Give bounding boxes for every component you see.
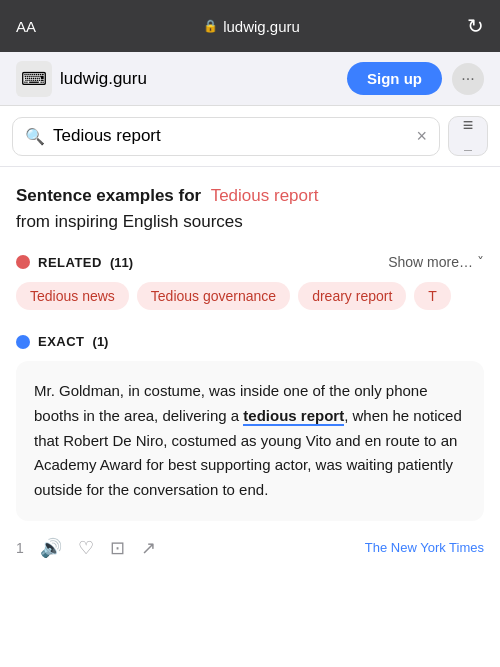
exact-header: EXACT (1) — [16, 334, 484, 349]
exact-dot — [16, 335, 30, 349]
search-input-wrapper[interactable]: 🔍 × — [12, 117, 440, 156]
nav-right: Sign up ··· — [347, 62, 484, 95]
site-logo: ⌨ — [16, 61, 52, 97]
source-link[interactable]: The New York Times — [365, 540, 484, 555]
speaker-button[interactable]: 🔊 — [40, 537, 62, 559]
sentence-card: Mr. Goldman, in costume, was inside one … — [16, 361, 484, 521]
sentence-highlight[interactable]: tedious report — [243, 407, 344, 426]
tag-overflow[interactable]: T — [414, 282, 451, 310]
exact-count: (1) — [93, 334, 109, 349]
bookmark-button[interactable]: ⊡ — [110, 537, 125, 559]
browser-bar: AA 🔒 ludwig.guru ↻ — [0, 0, 500, 52]
url-bar[interactable]: 🔒 ludwig.guru — [203, 18, 300, 35]
signup-button[interactable]: Sign up — [347, 62, 442, 95]
filter-icon: ≡— — [463, 115, 474, 157]
logo-area: ⌨ ludwig.guru — [16, 61, 147, 97]
related-header: RELATED (11) Show more… ˅ — [16, 254, 484, 270]
search-icon: 🔍 — [25, 127, 45, 146]
lock-icon: 🔒 — [203, 19, 218, 33]
title-suffix: from inspiring English sources — [16, 212, 243, 231]
chevron-down-icon: ˅ — [477, 254, 484, 270]
related-label: RELATED — [38, 255, 102, 270]
show-more-button[interactable]: Show more… ˅ — [388, 254, 484, 270]
tag-tedious-news[interactable]: Tedious news — [16, 282, 129, 310]
card-footer: 1 🔊 ♡ ⊡ ↗ The New York Times — [16, 525, 484, 559]
page-title: Sentence examples for Tedious report fro… — [16, 183, 484, 234]
url-text: ludwig.guru — [223, 18, 300, 35]
title-prefix: Sentence examples for — [16, 186, 201, 205]
more-button[interactable]: ··· — [452, 63, 484, 95]
refresh-button[interactable]: ↻ — [467, 14, 484, 38]
exact-label: EXACT — [38, 334, 85, 349]
title-highlight[interactable]: Tedious report — [211, 186, 319, 205]
clear-button[interactable]: × — [416, 126, 427, 147]
tag-dreary-report[interactable]: dreary report — [298, 282, 406, 310]
heart-button[interactable]: ♡ — [78, 537, 94, 559]
search-input[interactable] — [53, 126, 408, 146]
tags-row: Tedious news Tedious governance dreary r… — [16, 282, 484, 314]
card-footer-left: 1 🔊 ♡ ⊡ ↗ — [16, 537, 156, 559]
related-count: (11) — [110, 255, 133, 270]
filter-button[interactable]: ≡— — [448, 116, 488, 156]
search-bar: 🔍 × ≡— — [0, 106, 500, 167]
show-more-label: Show more… — [388, 254, 473, 270]
nav-bar: ⌨ ludwig.guru Sign up ··· — [0, 52, 500, 106]
related-label-area: RELATED (11) — [16, 255, 133, 270]
content-area: Sentence examples for Tedious report fro… — [0, 167, 500, 559]
site-name: ludwig.guru — [60, 69, 147, 89]
related-dot — [16, 255, 30, 269]
sentence-number: 1 — [16, 540, 24, 556]
share-button[interactable]: ↗ — [141, 537, 156, 559]
text-size-control[interactable]: AA — [16, 18, 36, 35]
tag-tedious-governance[interactable]: Tedious governance — [137, 282, 290, 310]
